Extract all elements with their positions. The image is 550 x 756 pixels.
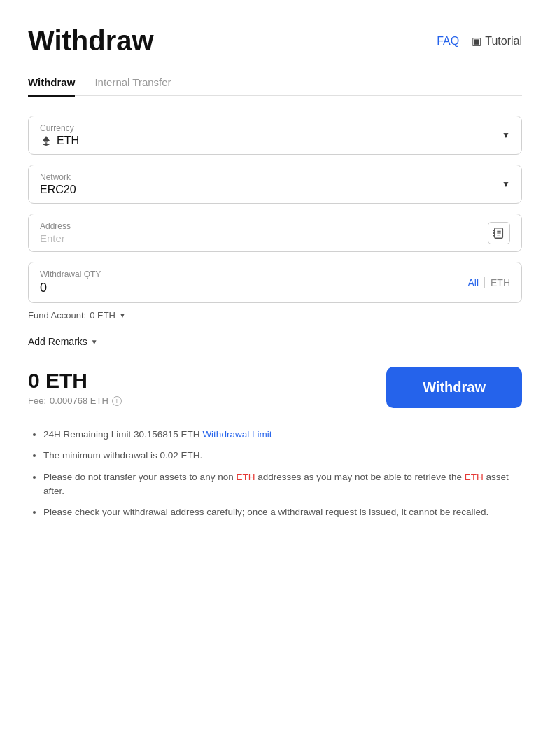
currency-value: ETH — [40, 134, 502, 147]
form: Currency ETH ▼ Network ERC20 ▼ Address E… — [28, 115, 522, 303]
qty-value: 0 — [40, 281, 467, 295]
fee-info-icon[interactable]: i — [112, 396, 122, 406]
add-remarks-label: Add Remarks — [28, 336, 87, 347]
bottom-action-row: 0 ETH Fee: 0.000768 ETH i Withdraw — [28, 367, 522, 408]
page-header: Withdraw FAQ ▣ Tutorial — [28, 25, 522, 57]
svg-rect-6 — [493, 234, 495, 236]
add-remarks-chevron-down-icon: ▼ — [91, 338, 98, 346]
amount-section: 0 ETH Fee: 0.000768 ETH i — [28, 369, 122, 406]
address-label: Address — [40, 221, 488, 231]
tutorial-icon: ▣ — [472, 35, 481, 48]
tabs-row: Withdraw Internal Transfer — [28, 69, 522, 96]
faq-link[interactable]: FAQ — [437, 35, 459, 48]
list-item: Please do not transfer your assets to an… — [43, 470, 522, 499]
network-label: Network — [40, 172, 502, 182]
tab-internal-transfer[interactable]: Internal Transfer — [94, 71, 171, 97]
info-list: 24H Remaining Limit 30.156815 ETH Withdr… — [28, 428, 522, 519]
address-field[interactable]: Address Enter — [28, 214, 522, 252]
currency-field[interactable]: Currency ETH ▼ — [28, 115, 522, 155]
address-placeholder: Enter — [40, 232, 488, 244]
address-book-icon[interactable] — [488, 222, 510, 244]
withdrawal-qty-field[interactable]: Withdrawal QTY 0 All ETH — [28, 262, 522, 303]
network-chevron-down-icon: ▼ — [502, 179, 510, 189]
qty-currency: ETH — [491, 277, 510, 288]
amount-value: 0 ETH — [28, 369, 122, 393]
currency-label: Currency — [40, 123, 502, 133]
list-item: The minimum withdrawal is 0.02 ETH. — [43, 449, 522, 463]
tutorial-link[interactable]: ▣ Tutorial — [472, 35, 522, 48]
fund-account-label: Fund Account: — [28, 310, 86, 321]
fund-account-row[interactable]: Fund Account: 0 ETH ▼ — [28, 310, 522, 321]
svg-rect-4 — [493, 230, 495, 231]
withdraw-button[interactable]: Withdraw — [386, 367, 522, 408]
list-item: Please check your withdrawal address car… — [43, 505, 522, 519]
add-remarks-row[interactable]: Add Remarks ▼ — [28, 336, 522, 347]
tab-withdraw[interactable]: Withdraw — [28, 71, 75, 97]
qty-divider — [484, 277, 485, 288]
list-item: 24H Remaining Limit 30.156815 ETH Withdr… — [43, 428, 522, 442]
fee-label: Fee: — [28, 396, 46, 406]
header-links: FAQ ▣ Tutorial — [437, 35, 522, 48]
all-button[interactable]: All — [467, 277, 479, 288]
network-field[interactable]: Network ERC20 ▼ — [28, 164, 522, 204]
page-title: Withdraw — [28, 25, 154, 57]
fee-value: 0.000768 ETH — [50, 396, 108, 406]
network-value: ERC20 — [40, 183, 502, 196]
eth-icon — [40, 134, 52, 147]
svg-rect-5 — [493, 232, 495, 234]
fund-account-value: 0 ETH — [90, 310, 115, 321]
qty-label: Withdrawal QTY — [40, 270, 467, 279]
fund-account-chevron-down-icon: ▼ — [119, 312, 126, 319]
currency-chevron-down-icon: ▼ — [502, 130, 510, 140]
